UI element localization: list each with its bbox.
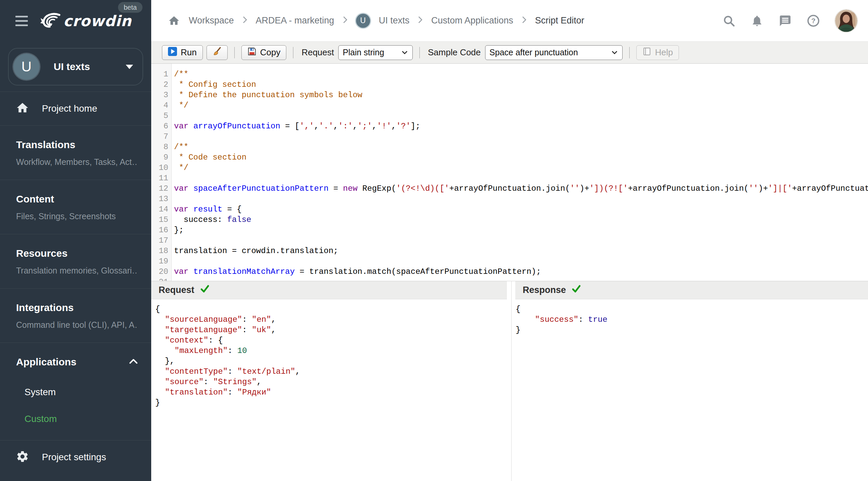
run-play-icon <box>168 47 177 58</box>
line-number: 3 <box>151 90 171 100</box>
help-icon[interactable]: ? <box>807 14 820 27</box>
editor-code[interactable]: /** * Config section * Define the punctu… <box>172 64 868 281</box>
request-format-value: Plain string <box>343 47 384 57</box>
user-avatar[interactable] <box>835 10 857 32</box>
request-panel: Request { "sourceLanguage": "en", "targe… <box>151 281 512 481</box>
breadcrumb-home-icon[interactable] <box>168 15 180 27</box>
request-json-line[interactable]: "maxLength": 10 <box>155 346 511 356</box>
request-json-line[interactable]: }, <box>155 356 511 366</box>
request-json[interactable]: { "sourceLanguage": "en", "targetLanguag… <box>151 299 511 481</box>
sidebar-item-translations[interactable]: Translations Workflow, Members, Tasks, A… <box>0 126 151 180</box>
line-number: 19 <box>151 256 171 266</box>
request-format-select[interactable]: Plain string <box>338 45 413 60</box>
section-subtitle: Workflow, Members, Tasks, Act… <box>16 157 138 167</box>
toolbar-separator <box>234 47 235 58</box>
sidebar-item-applications-custom[interactable]: Custom <box>16 406 138 432</box>
response-json-line: } <box>516 325 868 335</box>
toolbar-separator <box>293 47 293 58</box>
code-line[interactable]: /** <box>174 69 868 79</box>
sidebar-item-resources[interactable]: Resources Translation memories, Glossari… <box>0 234 151 288</box>
sidebar-item-project-home[interactable]: Project home <box>0 92 151 125</box>
crowdin-logo[interactable]: crowdin <box>40 12 132 30</box>
breadcrumb-organization[interactable]: ARDEA - marketing <box>256 15 334 26</box>
copy-button-label: Copy <box>260 47 281 58</box>
request-json-line[interactable]: } <box>155 397 511 408</box>
breadcrumb-project[interactable]: UI texts <box>379 15 410 26</box>
breadcrumb-project-avatar[interactable]: U <box>356 14 370 28</box>
code-line[interactable] <box>174 235 868 246</box>
request-json-line[interactable]: "contentType": "text/plain", <box>155 366 511 377</box>
code-line[interactable]: */ <box>174 100 868 110</box>
code-line[interactable] <box>174 110 868 121</box>
run-button-label: Run <box>181 47 197 58</box>
help-button[interactable]: Help <box>636 45 679 60</box>
response-json: { "success": true} <box>512 299 868 481</box>
code-line[interactable]: /** <box>174 142 868 152</box>
notifications-bell-icon[interactable] <box>751 14 764 27</box>
section-title: Translations <box>16 138 138 152</box>
sidebar: crowdin beta U UI texts Project home Tra… <box>0 0 151 481</box>
request-json-line[interactable]: "sourceLanguage": "en", <box>155 314 511 325</box>
sidebar-item-content[interactable]: Content Files, Strings, Screenshots <box>0 180 151 234</box>
sample-code-select[interactable]: Space after punctuation <box>485 45 623 60</box>
editor-toolbar: Run Copy Request Plain string Sampl <box>151 41 868 64</box>
line-number: 17 <box>151 235 171 246</box>
code-line[interactable] <box>174 256 868 266</box>
gear-icon <box>16 450 29 464</box>
breadcrumb-script-editor: Script Editor <box>535 15 584 26</box>
chevron-down-icon <box>612 51 618 54</box>
project-selector[interactable]: U UI texts <box>8 48 143 86</box>
clean-brush-button[interactable] <box>207 45 228 60</box>
save-floppy-icon <box>247 47 256 58</box>
green-check-icon <box>571 284 581 296</box>
chevron-down-icon <box>126 65 133 69</box>
sidebar-item-applications-system[interactable]: System <box>16 379 138 406</box>
code-line[interactable]: */ <box>174 163 868 173</box>
breadcrumb-custom-applications[interactable]: Custom Applications <box>431 15 513 26</box>
code-line[interactable]: var translationMatchArray = translation.… <box>174 266 868 277</box>
sidebar-item-applications[interactable]: Applications <box>16 355 138 369</box>
code-line[interactable]: var result = { <box>174 204 868 215</box>
top-bar: Workspace ARDEA - marketing U UI texts C… <box>151 0 868 41</box>
copy-button[interactable]: Copy <box>241 45 287 60</box>
code-line[interactable]: * Define the punctuation symbols below <box>174 90 868 100</box>
request-format-label: Request <box>301 47 334 58</box>
project-avatar: U <box>13 54 39 80</box>
project-name: UI texts <box>54 61 126 72</box>
section-subtitle: Command line tool (CLI), API, A… <box>16 320 138 330</box>
code-line[interactable] <box>174 131 868 142</box>
request-json-line[interactable]: { <box>155 304 511 314</box>
request-json-line[interactable]: "translation": "Рядки" <box>155 387 511 397</box>
main-area: Workspace ARDEA - marketing U UI texts C… <box>151 0 868 481</box>
section-subtitle: Translation memories, Glossari… <box>16 265 138 276</box>
code-line[interactable]: success: false <box>174 215 868 225</box>
code-line[interactable] <box>174 277 868 281</box>
crowdin-logo-icon <box>40 12 61 30</box>
toolbar-separator <box>420 47 420 58</box>
code-line[interactable]: var arrayOfPunctuation = [',','.',':',';… <box>174 121 868 131</box>
breadcrumb-workspace[interactable]: Workspace <box>189 15 234 26</box>
code-line[interactable]: }; <box>174 225 868 235</box>
line-number: 20 <box>151 266 171 277</box>
code-line[interactable]: translation = crowdin.translation; <box>174 246 868 256</box>
code-line[interactable]: * Config section <box>174 79 868 90</box>
sidebar-item-integrations[interactable]: Integrations Command line tool (CLI), AP… <box>0 289 151 343</box>
sidebar-item-project-settings[interactable]: Project settings <box>0 441 151 474</box>
code-line[interactable] <box>174 194 868 204</box>
line-number: 4 <box>151 100 171 110</box>
line-number: 8 <box>151 142 171 152</box>
run-button[interactable]: Run <box>162 45 203 60</box>
menu-hamburger-icon[interactable] <box>16 16 28 26</box>
code-line[interactable] <box>174 173 868 183</box>
messages-chat-icon[interactable] <box>779 14 792 27</box>
code-line[interactable]: * Code section <box>174 152 868 163</box>
search-icon[interactable] <box>722 14 735 27</box>
request-json-line[interactable]: "source": "Strings", <box>155 377 511 387</box>
top-bar-actions: ? <box>722 10 857 32</box>
request-json-line[interactable]: "context": { <box>155 335 511 346</box>
request-json-line[interactable]: "targetLanguage": "uk", <box>155 325 511 335</box>
response-panel-title: Response <box>523 285 566 295</box>
code-line[interactable]: var spaceAfterPunctuationPattern = new R… <box>174 183 868 194</box>
script-code-editor[interactable]: 123456789101112131415161718192021 /** * … <box>151 64 868 281</box>
section-title: Applications <box>16 355 76 369</box>
